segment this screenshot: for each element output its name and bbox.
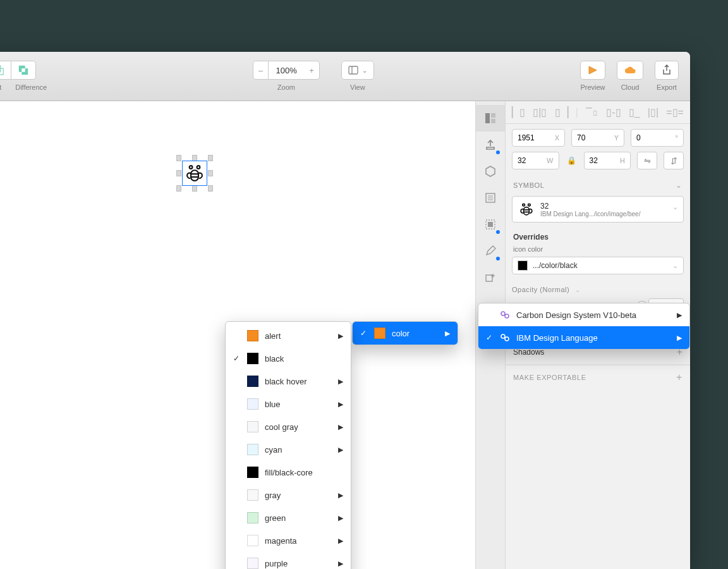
resize-handle[interactable]: [208, 185, 213, 192]
menu-item-color[interactable]: purple▶: [226, 552, 351, 569]
chevron-right-icon: ▶: [338, 446, 343, 454]
override-value: .../color/black: [533, 261, 578, 270]
svg-rect-7: [191, 170, 198, 181]
list-icon: [484, 192, 497, 204]
inspector-tab-share[interactable]: [476, 132, 505, 158]
align-center-h-icon[interactable]: ▯|▯: [533, 106, 547, 118]
preview-button[interactable]: [580, 61, 605, 80]
chevron-right-icon: ▶: [677, 311, 682, 319]
chevron-down-icon: ⌄: [362, 67, 367, 74]
resize-handle[interactable]: [176, 170, 181, 176]
color-category-menu[interactable]: color ▶: [352, 321, 458, 345]
inspector-tab-a11y[interactable]: [476, 185, 505, 211]
color-swatch-icon: [247, 489, 258, 501]
add-layer-icon: [484, 271, 497, 284]
chevron-right-icon: ▶: [338, 537, 343, 545]
distribute-h-icon[interactable]: |▯|: [648, 106, 658, 118]
menu-item-color[interactable]: black: [226, 347, 351, 370]
zoom-in-button[interactable]: +: [304, 61, 320, 80]
export-button[interactable]: [655, 61, 679, 80]
chevron-updown-icon[interactable]: ⌄: [672, 203, 678, 211]
menu-item-color[interactable]: cool gray▶: [226, 415, 351, 438]
svg-point-6: [197, 166, 200, 169]
align-bottom-icon[interactable]: ▯_: [629, 106, 640, 118]
color-swatch-icon: [247, 444, 258, 455]
menu-item-color[interactable]: gray▶: [226, 484, 351, 506]
flip-horizontal-button[interactable]: ⇋: [637, 152, 657, 169]
intersect-label: Intersect: [0, 83, 1, 91]
resize-handle[interactable]: [208, 170, 213, 176]
menu-item-color[interactable]: blue▶: [226, 393, 351, 415]
color-swatch-icon: [247, 535, 258, 546]
chevron-right-icon: ▶: [338, 423, 343, 431]
inspector-tab-design[interactable]: [476, 105, 505, 132]
exportable-section-heading[interactable]: MAKE EXPORTABLE +: [506, 365, 690, 387]
inspector-tab-add[interactable]: [476, 264, 505, 291]
y-field[interactable]: Y: [571, 129, 624, 147]
opacity-label: Opacity (Normal): [512, 286, 569, 293]
chevron-right-icon: ▶: [338, 400, 343, 408]
library-menu[interactable]: Carbon Design System V10-beta▶IBM Design…: [478, 303, 690, 350]
override-label: icon color: [506, 244, 690, 255]
overrides-heading: Overrides: [506, 229, 690, 244]
resize-handle[interactable]: [176, 155, 181, 161]
chevron-down-icon[interactable]: ⌄: [575, 286, 580, 293]
align-top-icon[interactable]: ⎺▯: [586, 107, 598, 118]
align-center-v-icon[interactable]: ▯-▯: [606, 106, 621, 118]
chevron-right-icon: ▶: [338, 514, 343, 522]
color-swatch-icon: [247, 558, 258, 569]
distribute-v-icon[interactable]: =▯=: [666, 106, 684, 118]
override-value-select[interactable]: .../color/black ⌄: [512, 257, 684, 274]
rotation-field[interactable]: °: [631, 129, 684, 147]
cloud-icon: [624, 66, 636, 75]
width-field[interactable]: W: [512, 152, 559, 169]
plus-icon[interactable]: +: [676, 372, 682, 383]
inspector-tab-settings[interactable]: [476, 158, 505, 185]
menu-item-library[interactable]: IBM Design Language▶: [478, 326, 689, 349]
menu-item-color[interactable]: black hover▶: [226, 370, 351, 393]
library-icon: [500, 333, 510, 343]
difference-button[interactable]: [11, 61, 36, 80]
upload-icon: [484, 138, 497, 151]
bee-icon: [183, 161, 207, 185]
lock-aspect-icon[interactable]: 🔒: [566, 156, 578, 165]
symbol-selector[interactable]: 32 IBM Design Lang.../icon/image/bee/ ⌄: [512, 196, 684, 223]
svg-point-23: [528, 204, 531, 206]
menu-item-color[interactable]: magenta▶: [226, 529, 351, 552]
color-list-menu[interactable]: alert▶blackblack hover▶blue▶cool gray▶cy…: [225, 321, 351, 569]
resize-handle[interactable]: [208, 155, 213, 161]
difference-icon: [18, 64, 29, 76]
menu-item-color[interactable]: cyan▶: [226, 438, 351, 461]
alignment-row: ▏▯ ▯|▯ ▯▕ | ⎺▯ ▯-▯ ▯_ |▯| =▯=: [506, 101, 690, 124]
menu-item-color[interactable]: alert▶: [226, 324, 351, 347]
view-button[interactable]: ⌄: [341, 61, 374, 80]
intersect-button[interactable]: [0, 61, 11, 80]
menu-item-library[interactable]: Carbon Design System V10-beta▶: [478, 303, 689, 326]
color-swatch-icon: [247, 376, 258, 387]
symbol-section-heading: SYMBOL ⌄: [506, 174, 690, 193]
inspector-tab-pen[interactable]: [476, 238, 505, 264]
zoom-label: Zoom: [277, 83, 295, 91]
flip-vertical-button[interactable]: ⇵: [664, 152, 684, 169]
svg-rect-10: [485, 113, 490, 123]
library-icon: [500, 310, 510, 320]
align-left-icon[interactable]: ▏▯: [512, 106, 525, 118]
menu-item-color[interactable]: fill/black-core: [226, 461, 351, 484]
zoom-out-button[interactable]: –: [253, 61, 269, 80]
chevron-down-icon[interactable]: ⌄: [676, 181, 682, 190]
resize-handle[interactable]: [176, 185, 181, 192]
difference-label: Difference: [15, 83, 47, 91]
menu-item-color[interactable]: green▶: [226, 506, 351, 529]
design-tab-icon: [484, 112, 497, 125]
cloud-button[interactable]: [617, 61, 643, 80]
menu-item-color[interactable]: color ▶: [353, 322, 458, 345]
chevron-right-icon: ▶: [338, 491, 343, 499]
height-field[interactable]: H: [584, 152, 631, 169]
color-swatch-icon: [247, 421, 258, 432]
selected-layer[interactable]: [179, 158, 210, 188]
zoom-control[interactable]: – 100% +: [253, 61, 320, 80]
svg-rect-12: [491, 119, 495, 123]
inspector-tab-selection[interactable]: [476, 211, 505, 238]
align-right-icon[interactable]: ▯▕: [555, 106, 568, 118]
x-field[interactable]: X: [512, 129, 565, 147]
